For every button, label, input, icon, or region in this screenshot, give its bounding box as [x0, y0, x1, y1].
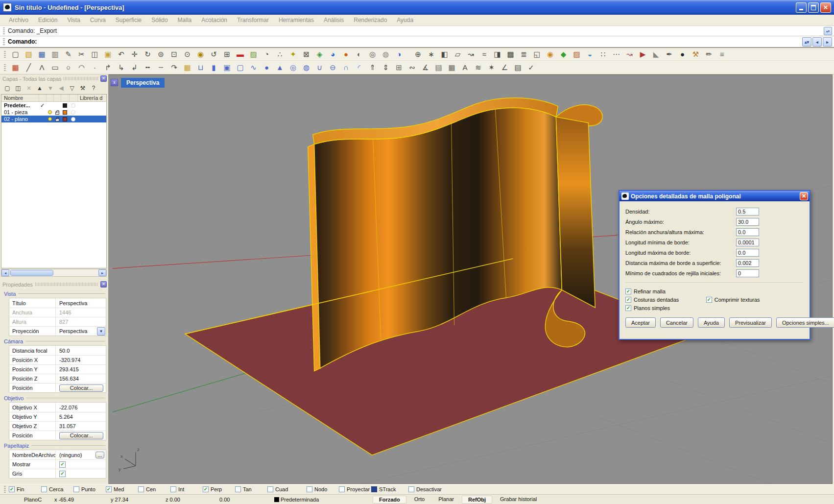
viewport-tab-perspectiva[interactable]: Perspectiva	[121, 78, 165, 88]
cut[interactable]: ✂	[75, 49, 88, 60]
layers-tool-layer-tools[interactable]: ⚒	[78, 84, 87, 93]
osnap-punto[interactable]: Punto	[73, 486, 106, 492]
texture-map[interactable]: ▨	[570, 49, 583, 60]
xray-view[interactable]: ◑	[392, 49, 405, 60]
checkbox-icon[interactable]	[408, 486, 414, 492]
zoom-window[interactable]: ⊡	[167, 49, 181, 60]
column-nombre[interactable]: Nombre	[1, 95, 39, 101]
drag-grip[interactable]	[3, 27, 5, 34]
close-icon[interactable]: ✕	[100, 75, 107, 82]
spinner-up-down-icon[interactable]: ▴▾	[824, 27, 832, 35]
status-pane-planar[interactable]: Planar	[432, 496, 460, 504]
material-drop[interactable]: ◈	[313, 49, 326, 60]
input-distancia-ma-xima-de-borde-a-superficie[interactable]	[736, 259, 759, 267]
menu-item-curva[interactable]: Curva	[85, 16, 111, 24]
drag-grip[interactable]	[3, 38, 5, 45]
annotate-pen[interactable]: ✒	[663, 49, 676, 60]
property-value[interactable]: 293.415	[59, 366, 79, 372]
osnap-cuad[interactable]: Cuad	[267, 486, 307, 492]
print[interactable]: ▥	[48, 49, 62, 60]
new-file[interactable]: ▢	[9, 49, 22, 60]
planar-mode[interactable]: ◧	[438, 49, 451, 60]
osnap-nodo[interactable]: Nodo	[307, 486, 339, 492]
checkbox-icon[interactable]	[625, 297, 631, 303]
curve-corner-3[interactable]: ↲	[128, 62, 141, 73]
layer-material-icon[interactable]	[71, 103, 75, 108]
grid-table[interactable]: ▦	[445, 62, 458, 73]
mesh-edit[interactable]: ▩	[504, 49, 517, 60]
circle[interactable]: ○	[62, 62, 75, 73]
menu-item-renderizado[interactable]: Renderizado	[349, 16, 392, 24]
dialog-checkbox-comprimir-texturas[interactable]: Comprimir texturas	[706, 295, 805, 304]
pipe-solid[interactable]: ◎	[286, 62, 300, 73]
cplane-pane[interactable]: PlanoC	[22, 497, 52, 503]
checkbox-icon[interactable]	[170, 486, 176, 492]
analyze-angle[interactable]: ∡	[419, 62, 432, 73]
wireframe-view[interactable]: ◎	[366, 49, 379, 60]
cylinder-surface[interactable]: ⊔	[194, 62, 207, 73]
history-record[interactable]: ▱	[451, 49, 464, 60]
property-value[interactable]: 5.264	[59, 414, 73, 420]
line[interactable]: ╱	[22, 62, 35, 73]
layer-material-icon[interactable]	[71, 110, 75, 115]
dialog-button-opciones-simples[interactable]: Opciones simples...	[776, 317, 834, 328]
open-file[interactable]: ▧	[22, 49, 35, 60]
zoom-selected[interactable]: ◉	[194, 49, 207, 60]
input-a-ngulo-ma-ximo[interactable]	[736, 218, 759, 226]
scrollbar-thumb[interactable]	[10, 270, 53, 276]
arrow-right-icon[interactable]: ▸	[823, 37, 832, 47]
menu-item-vista[interactable]: Vista	[62, 16, 85, 24]
render-sphere[interactable]: ●	[339, 49, 353, 60]
command-input[interactable]: Comando: ▴▾ ◂ ▸	[0, 36, 834, 48]
input-mi-nimo-de-cuadrados-de-rejilla-iniciales[interactable]	[736, 269, 759, 277]
direction[interactable]: ▶	[636, 49, 649, 60]
colocar-button[interactable]: Colocar...	[59, 432, 103, 439]
sphere-solid[interactable]: ●	[260, 62, 273, 73]
checkbox-icon[interactable]	[106, 486, 112, 492]
render-color[interactable]: ◕	[326, 49, 339, 60]
status-pane-forzado[interactable]: Forzado	[373, 496, 406, 504]
menu-item-transformar[interactable]: Transformar	[232, 16, 274, 24]
align[interactable]: ≋	[472, 62, 485, 73]
dialog-title-bar[interactable]: Opciones detalladas de malla poligonal ✕	[620, 191, 810, 201]
extract-isocurve[interactable]: ◱	[530, 49, 544, 60]
osnap-perp[interactable]: Perp	[203, 486, 235, 492]
property-value[interactable]: Perspectiva	[59, 328, 87, 334]
curve-edit[interactable]: ↝	[464, 49, 477, 60]
column-libreria[interactable]: Librería d	[77, 95, 106, 101]
surface-edit[interactable]: ≈	[477, 49, 491, 60]
map-curve[interactable]: ▨	[247, 49, 260, 60]
property-value[interactable]: -22.076	[59, 405, 77, 410]
solid-edit[interactable]: ◨	[491, 49, 504, 60]
spotlight[interactable]: ✦	[286, 49, 300, 60]
checkbox-icon[interactable]	[267, 486, 273, 492]
array-rect[interactable]: ⊞	[392, 62, 405, 73]
zoom-extents[interactable]: ⊙	[181, 49, 194, 60]
close-icon[interactable]: ✕	[800, 192, 808, 200]
box-solid[interactable]: ▣	[220, 62, 234, 73]
spinner-icon[interactable]: ▴▾	[802, 37, 811, 47]
torus-solid[interactable]: ◍	[300, 62, 313, 73]
property-value[interactable]: 50.0	[59, 348, 70, 354]
environment[interactable]: ◒	[583, 49, 596, 60]
viewport-close-icon[interactable]: x	[111, 79, 118, 86]
dialog-checkbox-planos-simples[interactable]: Planos simples	[625, 304, 805, 312]
minimize-button[interactable]	[796, 2, 807, 13]
checkbox-icon[interactable]	[138, 486, 144, 492]
extrude-surface[interactable]: ▮	[207, 62, 220, 73]
input-longitud-mi-nima-de-borde[interactable]	[736, 239, 759, 246]
wave-solid[interactable]: ∿	[247, 62, 260, 73]
input-densidad[interactable]	[736, 208, 759, 216]
layer-color-swatch[interactable]	[63, 110, 67, 115]
menu-item-so-lido[interactable]: Sólido	[146, 16, 172, 24]
patch-grid[interactable]: ▦	[181, 62, 194, 73]
separator[interactable]	[405, 49, 411, 60]
input-longitud-ma-xima-de-borde[interactable]	[736, 249, 759, 257]
dim-dot[interactable]: ╌	[154, 62, 167, 73]
osnap-proyectar[interactable]: Proyectar	[339, 486, 371, 492]
curve-corner-1[interactable]: ↱	[101, 62, 115, 73]
status-pane-refobj[interactable]: RefObj	[462, 496, 492, 504]
checkbox-icon[interactable]	[339, 486, 345, 492]
scroll-left-icon[interactable]: ◂	[1, 269, 9, 276]
four-viewports[interactable]: ⊞	[220, 49, 234, 60]
